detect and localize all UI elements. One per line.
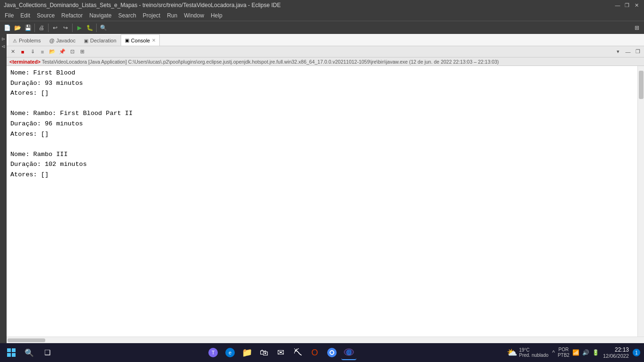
start-button[interactable] (4, 345, 19, 360)
notification-badge[interactable]: 1 (633, 349, 640, 356)
toolbar-run[interactable]: ▶ (74, 23, 84, 33)
taskbar-mail[interactable]: ✉ (273, 345, 289, 360)
tab-javadoc[interactable]: @ Javadoc (45, 35, 80, 46)
console-clear-btn[interactable]: ✕ (8, 48, 17, 56)
svg-text:e: e (228, 350, 231, 355)
tab-console-label: Console (131, 38, 150, 43)
console-pin-btn[interactable]: 📌 (58, 48, 66, 56)
vertical-scrollbar[interactable] (637, 66, 644, 337)
toolbar-save[interactable]: 💾 (23, 23, 33, 33)
console-tab-close[interactable]: ✕ (152, 38, 156, 43)
tab-declaration-label: Declaration (90, 38, 116, 43)
console-terminate-btn[interactable]: ■ (18, 48, 27, 56)
console-output-area: Nome: First Blood Duração: 93 minutos At… (7, 66, 644, 337)
console-toolbar-left: ✕ ■ ⇓ ≡ 📂 📌 ⊡ ⊞ (8, 48, 86, 56)
declaration-icon: ▣ (84, 38, 88, 43)
side-icon-2[interactable]: ⊲ (0, 43, 6, 49)
network-icon[interactable]: 📶 (572, 349, 579, 356)
taskbar-chrome[interactable] (324, 345, 339, 360)
toolbar-undo[interactable]: ↩ (50, 23, 60, 33)
svg-text:🌀: 🌀 (346, 349, 352, 355)
console-minimize-btn[interactable]: — (624, 48, 632, 56)
toolbar-perspective[interactable]: ⊞ (632, 23, 642, 33)
console-toolbar: ✕ ■ ⇓ ≡ 📂 📌 ⊡ ⊞ ▾ — ❐ (7, 46, 644, 58)
taskbar-eclipse[interactable]: 🌀 (341, 345, 356, 360)
console-maximize-btn[interactable]: ❐ (634, 48, 642, 56)
clock-date: 12/06/2022 (603, 353, 629, 359)
menu-refactor[interactable]: Refactor (58, 11, 85, 20)
javadoc-icon: @ (49, 38, 54, 43)
toolbar-new[interactable]: 📄 (2, 23, 12, 33)
console-scroll-lock-btn[interactable]: ⇓ (28, 48, 37, 56)
taskbar-teams[interactable]: T (206, 345, 221, 360)
menu-navigate[interactable]: Navigate (86, 11, 114, 20)
console-status-bar: <terminated> TestaVideoLocadora [Java Ap… (7, 58, 644, 66)
taskview-button[interactable]: ❑ (40, 345, 55, 360)
toolbar-search[interactable]: 🔍 (98, 23, 108, 33)
main-toolbar: 📄 📂 💾 🖨 ↩ ↪ ▶ 🐛 🔍 ⊞ (0, 21, 644, 34)
clock-widget[interactable]: 22:13 12/06/2022 (603, 346, 629, 359)
lang-indicator[interactable]: PORPTB2 (558, 347, 570, 358)
scroll-thumb[interactable] (639, 71, 644, 99)
tab-problems-label: Problems (19, 38, 41, 43)
minimize-button[interactable]: — (614, 1, 621, 9)
taskbar-right: ⛅ 19°C Pred. nublado ^ PORPTB2 📶 🔊 🔋 22:… (507, 346, 640, 359)
menu-file[interactable]: File (2, 11, 17, 20)
output-line-9: Atores: [] (10, 170, 634, 180)
console-new-btn[interactable]: ⊞ (78, 48, 86, 56)
volume-icon[interactable]: 🔊 (582, 349, 589, 356)
battery-icon[interactable]: 🔋 (592, 349, 599, 356)
svg-rect-2 (7, 353, 11, 357)
console-word-wrap-btn[interactable]: ≡ (38, 48, 47, 56)
toolbar-open[interactable]: 📂 (12, 23, 23, 33)
output-line-4: Nome: Rambo: First Blood Part II (10, 108, 634, 119)
output-line-7: Nome: Rambo III (10, 149, 634, 160)
taskbar-edge[interactable]: e (223, 345, 238, 360)
menu-bar: File Edit Source Refactor Navigate Searc… (0, 10, 644, 21)
svg-text:T: T (211, 350, 215, 355)
search-button[interactable]: 🔍 (22, 345, 37, 360)
problems-icon: ⚠ (13, 38, 17, 43)
menu-edit[interactable]: Edit (17, 11, 33, 20)
tab-javadoc-label: Javadoc (56, 38, 75, 43)
output-line-8: Duração: 102 minutos (10, 159, 634, 170)
menu-run[interactable]: Run (164, 11, 180, 20)
taskbar-center: T e 📁 🛍 ✉ ⛏ O 🌀 (55, 345, 507, 360)
taskbar-minecraft[interactable]: ⛏ (290, 345, 305, 360)
side-icon-panel: ⊳ ⊲ (0, 34, 7, 343)
show-hidden-icon[interactable]: ^ (552, 349, 555, 356)
console-view-menu-btn[interactable]: ▾ (614, 48, 622, 56)
menu-project[interactable]: Project (140, 11, 163, 20)
close-button[interactable]: ✕ (633, 1, 640, 9)
console-display-selected-btn[interactable]: ⊡ (68, 48, 76, 56)
h-scroll-thumb[interactable] (8, 338, 45, 342)
tab-console[interactable]: ▣ Console ✕ (121, 34, 160, 46)
terminated-label: <terminated> (9, 59, 41, 65)
output-line-3: Atores: [] (10, 88, 634, 99)
taskbar-store[interactable]: 🛍 (256, 345, 272, 360)
toolbar-redo[interactable]: ↪ (60, 23, 71, 33)
horizontal-scrollbar[interactable] (7, 337, 644, 343)
output-line-1: Nome: First Blood (10, 68, 634, 78)
tab-bar: ⚠ Problems @ Javadoc ▣ Declaration ▣ Con… (7, 34, 644, 46)
maximize-button[interactable]: ❐ (623, 1, 631, 9)
title-text: Java_Collections_Dominando_Listas_Sets_e… (4, 2, 281, 8)
window-controls: — ❐ ✕ (614, 1, 640, 9)
menu-source[interactable]: Source (34, 11, 58, 20)
side-icon-1[interactable]: ⊳ (0, 36, 6, 41)
toolbar-debug[interactable]: 🐛 (84, 23, 95, 33)
weather-desc: Pred. nublado (519, 353, 548, 358)
taskbar: 🔍 ❑ T e 📁 🛍 ✉ ⛏ O 🌀 ⛅ 19°C Pred. nublado (0, 343, 644, 362)
toolbar-print[interactable]: 🖨 (36, 23, 47, 33)
weather-widget: ⛅ 19°C Pred. nublado (507, 347, 548, 358)
svg-rect-0 (7, 348, 11, 352)
taskbar-office[interactable]: O (307, 345, 322, 360)
menu-help[interactable]: Help (208, 11, 225, 20)
console-open-file-btn[interactable]: 📂 (48, 48, 57, 56)
tab-declaration[interactable]: ▣ Declaration (80, 35, 121, 46)
menu-search[interactable]: Search (116, 11, 139, 20)
taskbar-files[interactable]: 📁 (239, 345, 255, 360)
menu-window[interactable]: Window (181, 11, 207, 20)
console-output[interactable]: Nome: First Blood Duração: 93 minutos At… (7, 66, 637, 337)
tab-problems[interactable]: ⚠ Problems (8, 35, 45, 46)
